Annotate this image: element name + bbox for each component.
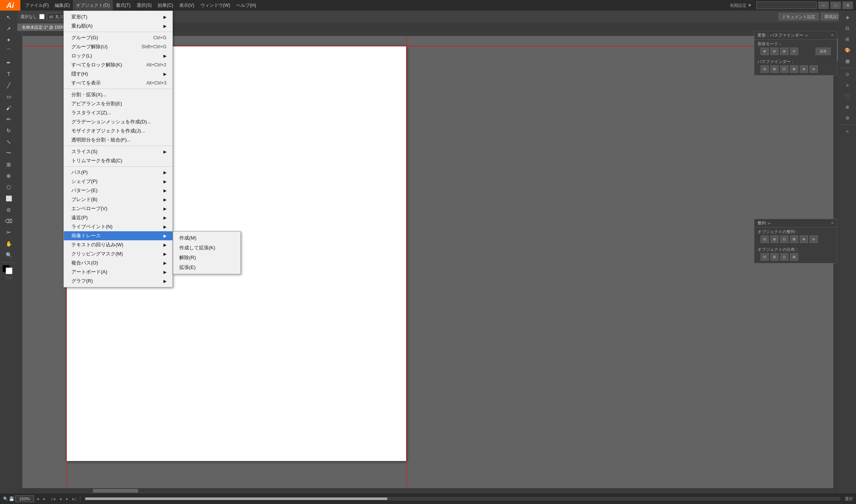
page-last-btn[interactable]: ►| bbox=[71, 496, 77, 502]
align-panel-close-button[interactable]: ✕ bbox=[831, 221, 834, 225]
free-transform-tool[interactable]: ⊞ bbox=[2, 159, 15, 170]
close-button[interactable]: ✕ bbox=[842, 2, 853, 9]
right-panel-collapse[interactable]: » bbox=[841, 126, 854, 137]
zoom-input[interactable] bbox=[15, 495, 34, 502]
dist-btn-4[interactable]: ⊠ bbox=[790, 253, 798, 261]
menu-graph[interactable]: グラフ(R) ▶ bbox=[64, 277, 172, 286]
eraser-tool[interactable]: ⌫ bbox=[2, 216, 15, 226]
align-bottom-btn[interactable]: ⊖ bbox=[810, 235, 818, 243]
type-tool[interactable]: T bbox=[2, 69, 15, 79]
panel-close-button[interactable]: ✕ bbox=[831, 33, 834, 37]
minimize-button[interactable]: ─ bbox=[818, 2, 829, 9]
dist-btn-3[interactable]: ⊡ bbox=[780, 253, 788, 261]
right-panel-btn-3[interactable]: ⊞ bbox=[841, 34, 854, 45]
shape-mode-btn-1[interactable]: ⊕ bbox=[761, 48, 769, 55]
restore-button[interactable]: □ bbox=[830, 2, 841, 9]
shape-mode-btn-2[interactable]: ⊖ bbox=[770, 48, 779, 55]
menu-mosaic[interactable]: モザイクオブジェクトを作成(J)... bbox=[64, 126, 172, 135]
stroke-box[interactable] bbox=[6, 267, 12, 274]
menu-ungroup[interactable]: グループ解除(U) Shift+Ctrl+G bbox=[64, 42, 172, 51]
pathfinder-btn-4[interactable]: ⊠ bbox=[790, 65, 798, 73]
menu-expand-divide[interactable]: 分割・拡張(X)... bbox=[64, 90, 172, 99]
menu-path[interactable]: パス(P) ▶ bbox=[64, 168, 172, 177]
slice-tool[interactable]: ⊘ bbox=[2, 204, 15, 215]
menu-gradient-mesh[interactable]: グラデーションメッシュを作成(D)... bbox=[64, 117, 172, 126]
submenu-make-expand[interactable]: 作成して拡張(K) bbox=[173, 243, 240, 253]
menu-select[interactable]: 選択(S) bbox=[134, 0, 155, 11]
menu-help[interactable]: ヘルプ(H) bbox=[233, 0, 259, 11]
shape-mode-btn-3[interactable]: ⊗ bbox=[780, 48, 788, 55]
menu-pattern[interactable]: パターン(E) ▶ bbox=[64, 186, 172, 195]
menu-group[interactable]: グループ(G) Ctrl+G bbox=[64, 33, 172, 42]
submenu-release[interactable]: 解除(R) bbox=[173, 253, 240, 263]
rotate-tool[interactable]: ↻ bbox=[2, 125, 15, 136]
pathfinder-btn-2[interactable]: ⊞ bbox=[770, 65, 779, 73]
menu-file[interactable]: ファイル(F) bbox=[22, 0, 52, 11]
pathfinder-btn-3[interactable]: ⊡ bbox=[780, 65, 788, 73]
align-top-btn[interactable]: ⊠ bbox=[790, 235, 798, 243]
color-boxes[interactable] bbox=[2, 264, 15, 275]
pencil-tool[interactable]: ✏ bbox=[2, 114, 15, 124]
select-tool[interactable]: ↖ bbox=[2, 12, 15, 23]
expand-button[interactable]: 拡張 bbox=[816, 48, 831, 55]
menu-blend[interactable]: ブレンド(B) ▶ bbox=[64, 195, 172, 204]
zoom-tool[interactable]: 🔍 bbox=[2, 250, 15, 260]
dist-btn-2[interactable]: ⊞ bbox=[770, 253, 779, 261]
menu-live-paint[interactable]: ライブペイント(N) ▶ bbox=[64, 222, 172, 231]
shape-builder-tool[interactable]: ⊕ bbox=[2, 171, 15, 181]
right-panel-btn-7[interactable]: ≡ bbox=[841, 80, 854, 91]
menu-arrange[interactable]: 重ね順(A) ▶ bbox=[64, 22, 172, 31]
menu-rasterize[interactable]: ラスタライズ(Z)... bbox=[64, 108, 172, 117]
right-panel-btn-2[interactable]: ⊟ bbox=[841, 23, 854, 34]
workspace-label[interactable]: 初期設定 ▼ bbox=[730, 3, 755, 8]
search-input[interactable] bbox=[756, 2, 817, 9]
right-panel-btn-4[interactable]: 🎨 bbox=[841, 45, 854, 55]
submenu-expand[interactable]: 拡張(E) bbox=[173, 263, 240, 272]
hand-tool[interactable]: ✋ bbox=[2, 238, 15, 249]
line-tool[interactable]: ╱ bbox=[2, 80, 15, 91]
menu-effect[interactable]: 効果(C) bbox=[155, 0, 176, 11]
scrollbar-bottom[interactable] bbox=[17, 488, 839, 493]
page-prev-btn[interactable]: ◄ bbox=[57, 496, 63, 502]
menu-expand-appearance[interactable]: アピアランスを分割(E) bbox=[64, 99, 172, 108]
paintbrush-tool[interactable]: 🖌 bbox=[2, 103, 15, 113]
right-panel-btn-5[interactable]: ▦ bbox=[841, 56, 854, 66]
page-next-btn[interactable]: ► bbox=[64, 496, 70, 502]
menu-envelope[interactable]: エンベロープ(V) ▶ bbox=[64, 204, 172, 213]
menu-hide[interactable]: 隠す(H) ▶ bbox=[64, 69, 172, 78]
menu-unlock-all[interactable]: すべてをロック解除(K) Alt+Ctrl+2 bbox=[64, 60, 172, 69]
warp-tool[interactable]: 〜 bbox=[2, 148, 15, 158]
menu-transform[interactable]: 変形(T) ▶ bbox=[64, 12, 172, 22]
menu-artboard[interactable]: アートボード(A) ▶ bbox=[64, 267, 172, 277]
align-center-v-btn[interactable]: ⊕ bbox=[800, 235, 808, 243]
dist-btn-1[interactable]: ⊟ bbox=[761, 253, 769, 261]
right-panel-btn-9[interactable]: ⊕ bbox=[841, 102, 854, 112]
menu-type[interactable]: 書式(T) bbox=[113, 0, 134, 11]
menu-perspective[interactable]: 遠近(P) ▶ bbox=[64, 213, 172, 222]
right-panel-btn-6[interactable]: ⊙ bbox=[841, 69, 854, 80]
align-left-btn[interactable]: ⊟ bbox=[761, 235, 769, 243]
fill-color-box[interactable] bbox=[39, 14, 45, 19]
menu-text-wrap[interactable]: テキストの回り込み(W) ▶ bbox=[64, 240, 172, 249]
panel-expand-icon[interactable]: ≫ bbox=[805, 34, 808, 37]
menu-lock[interactable]: ロック(L) ▶ bbox=[64, 51, 172, 60]
menu-show-all[interactable]: すべてを表示 Alt+Ctrl+3 bbox=[64, 78, 172, 88]
menu-compound-path[interactable]: 複合パス(O) ▶ bbox=[64, 258, 172, 267]
align-right-btn[interactable]: ⊡ bbox=[780, 235, 788, 243]
menu-window[interactable]: ウィンドウ(W) bbox=[197, 0, 233, 11]
menu-flatten[interactable]: 透明部分を分割・統合(F)... bbox=[64, 135, 172, 144]
magic-wand-tool[interactable]: ✦ bbox=[2, 35, 15, 45]
pathfinder-btn-6[interactable]: ⊖ bbox=[810, 65, 818, 73]
menu-shape[interactable]: シェイプ(P) ▶ bbox=[64, 177, 172, 186]
color-mode-toggle[interactable]: ⬛◻ bbox=[5, 276, 12, 280]
menu-view[interactable]: 表示(V) bbox=[176, 0, 197, 11]
menu-slices[interactable]: スライス(S) ▶ bbox=[64, 147, 172, 156]
align-center-h-btn[interactable]: ⊞ bbox=[770, 235, 779, 243]
right-panel-btn-10[interactable]: ⚙ bbox=[841, 113, 854, 123]
rect-tool[interactable]: ▭ bbox=[2, 91, 15, 102]
align-panel-expand-icon[interactable]: ≫ bbox=[767, 221, 771, 225]
right-panel-btn-1[interactable]: ◈ bbox=[841, 12, 854, 23]
pathfinder-btn-1[interactable]: ⊟ bbox=[761, 65, 769, 73]
menu-clipping-mask[interactable]: クリッピングマスク(M) ▶ bbox=[64, 249, 172, 258]
menu-edit[interactable]: 編集(E) bbox=[52, 0, 73, 11]
